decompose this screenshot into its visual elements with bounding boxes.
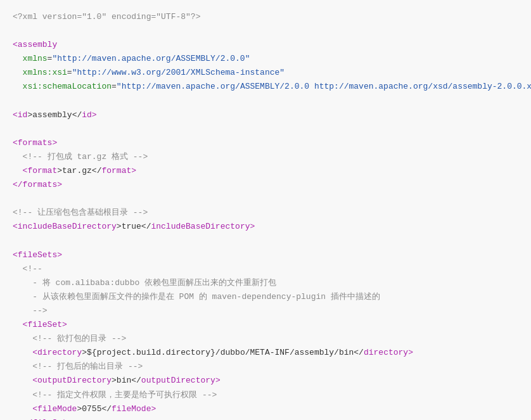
- code-token: <?xml version="1.0" encoding="UTF-8"?>: [13, 12, 200, 22]
- code-token: >: [52, 138, 57, 148]
- code-token: format: [101, 166, 131, 175]
- code-token: -->: [13, 306, 48, 315]
- code-token: <: [13, 250, 18, 260]
- code-token: "http://maven.apache.org/ASSEMBLY/2.0.0": [52, 54, 250, 63]
- code-token: <: [13, 138, 18, 148]
- code-token: >${project.build.directory}/dubbo/META-I…: [82, 348, 364, 357]
- code-token: fileMode: [112, 404, 151, 414]
- code-token: <: [13, 40, 18, 49]
- code-token: - 从该依赖包里面解压文件的操作是在 POM 的 maven-dependenc…: [13, 292, 380, 302]
- code-token: <!-- 打包后的输出目录 -->: [13, 362, 143, 371]
- code-token: >bin</: [112, 376, 141, 385]
- code-token: <: [13, 166, 27, 175]
- code-token: assembly: [18, 40, 57, 49]
- code-token: >: [408, 348, 413, 357]
- code-token: formats: [23, 180, 58, 189]
- code-token: includeBaseDirectory: [18, 222, 117, 231]
- code-token: formats: [18, 138, 53, 148]
- code-token: directory: [37, 348, 82, 357]
- code-token: <!-- 指定文件权限，主要是给予可执行权限 -->: [13, 390, 217, 400]
- code-token: outputDirectory: [141, 376, 215, 385]
- code-token: <!-- 让压缩包包含基础根目录 -->: [13, 208, 148, 217]
- code-token: <: [13, 404, 37, 414]
- code-token: <: [13, 110, 18, 120]
- code-token: >assembly</: [27, 110, 82, 120]
- code-token: <: [13, 348, 37, 357]
- code-token: fileMode: [37, 404, 77, 414]
- code-token: fileSet: [27, 320, 62, 329]
- code-token: >true</: [117, 222, 151, 231]
- code-token: >: [62, 320, 67, 329]
- code-token: >: [151, 404, 156, 414]
- code-token: >: [131, 166, 136, 175]
- code-token: >0755</: [77, 404, 112, 414]
- code-token: <: [13, 320, 27, 329]
- code-token: id: [18, 110, 28, 120]
- code-token: includeBaseDirectory: [151, 222, 250, 231]
- code-token: >: [57, 180, 62, 189]
- code-token: "http://maven.apache.org/ASSEMBLY/2.0.0 …: [117, 82, 531, 91]
- code-token: xmlns: [13, 54, 48, 63]
- code-token: </: [13, 180, 23, 189]
- code-token: fileSets: [18, 250, 57, 260]
- code-token: xsi:schemaLocation: [13, 82, 112, 91]
- code-token: <!-- 欲打包的目录 -->: [13, 334, 126, 343]
- code-token: <!-- 打包成 tar.gz 格式 -->: [13, 152, 148, 162]
- code-token: >: [92, 110, 97, 120]
- code-token: format: [27, 166, 57, 175]
- code-token: =: [112, 82, 117, 91]
- code-token: outputDirectory: [37, 376, 112, 385]
- code-token: xmlns:xsi: [13, 68, 67, 77]
- code-token: <!--: [13, 264, 42, 274]
- code-viewer: <?xml version="1.0" encoding="UTF-8"?> <…: [0, 0, 531, 420]
- code-token: >: [215, 376, 221, 385]
- code-token: <: [13, 222, 18, 231]
- code-token: <: [13, 376, 37, 385]
- code-token: >tar.gz</: [57, 166, 101, 175]
- code-token: >: [57, 250, 62, 260]
- code-token: directory: [364, 348, 408, 357]
- code-token: - 将 com.alibaba:dubbo 依赖包里面解压出来的文件重新打包: [13, 278, 276, 288]
- code-token: >: [250, 222, 255, 231]
- code-token: "http://www.w3.org/2001/XMLSchema-instan…: [72, 68, 285, 77]
- code-token: id: [82, 110, 92, 120]
- code-token: =: [67, 68, 72, 77]
